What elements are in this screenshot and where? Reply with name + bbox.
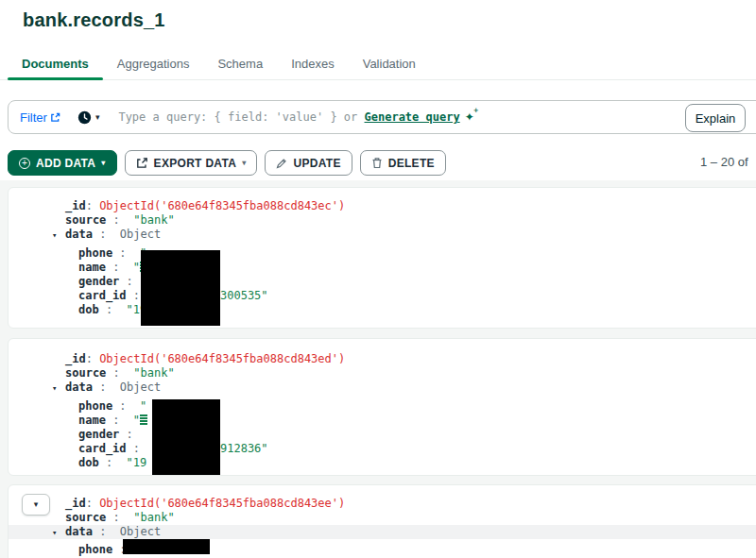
field-row-source: source : "bank" xyxy=(9,213,756,228)
tab-schema[interactable]: Schema xyxy=(203,50,277,79)
explain-button[interactable]: Explain xyxy=(685,104,746,132)
document-card: _id: ObjectId('680e64f8345fba088cd843ec'… xyxy=(8,187,756,329)
tab-indexes[interactable]: Indexes xyxy=(277,50,349,79)
filter-link[interactable]: Filter xyxy=(20,110,60,125)
string-value: "bank" xyxy=(133,511,174,524)
redacted-value xyxy=(141,250,220,326)
chevron-down-icon: ▾ xyxy=(95,113,100,122)
redacted-value xyxy=(152,399,220,475)
field-row-gender: gender : xyxy=(9,428,756,442)
field-row-id: _id: ObjectId('680e64f8345fba088cd843ee'… xyxy=(9,497,756,511)
string-value: "bank" xyxy=(133,213,174,227)
object-value: Object xyxy=(120,228,161,241)
field-row-name: name : " xyxy=(9,414,756,428)
field-row-phone: phone : " xyxy=(9,246,756,261)
expand-caret-icon[interactable]: ▾ xyxy=(52,381,65,396)
filter-label: Filter xyxy=(20,110,47,125)
plus-circle-icon: + xyxy=(19,158,30,169)
field-row-card-id: card_id : 300535" xyxy=(9,289,756,303)
partially-redacted-text xyxy=(140,414,147,425)
clock-icon xyxy=(77,110,92,125)
field-row-dob: dob : "19 xyxy=(9,456,756,470)
documents-toolbar: + ADD DATA ▾ EXPORT DATA ▾ UPDATE DELETE xyxy=(8,150,446,176)
expand-caret-icon[interactable]: ▾ xyxy=(52,526,65,540)
document-card: _id: ObjectId('680e64f8345fba088cd843ed'… xyxy=(8,338,756,476)
query-placeholder: Type a query: { field: 'value' } or xyxy=(118,110,364,124)
add-data-button[interactable]: + ADD DATA ▾ xyxy=(8,150,117,176)
tab-documents[interactable]: Documents xyxy=(8,50,103,79)
generate-query-link[interactable]: Generate query xyxy=(365,110,460,124)
string-value: 912836" xyxy=(220,442,268,456)
page-title: bank.records_1 xyxy=(23,9,165,31)
objectid-value: ObjectId('680e64f8345fba088cd843ec') xyxy=(99,199,345,212)
update-button[interactable]: UPDATE xyxy=(265,150,352,176)
object-value: Object xyxy=(120,525,161,538)
field-row-gender: gender : xyxy=(9,275,756,289)
field-row-source: source : "bank" xyxy=(9,511,756,525)
export-icon xyxy=(136,157,148,169)
delete-button[interactable]: DELETE xyxy=(360,150,446,176)
object-value: Object xyxy=(120,380,161,394)
expand-caret-icon[interactable]: ▾ xyxy=(52,228,65,243)
field-row-name: name : " xyxy=(9,261,756,275)
export-data-button[interactable]: EXPORT DATA ▾ xyxy=(125,150,258,176)
query-history-button[interactable]: ▾ xyxy=(77,110,100,125)
tab-validation[interactable]: Validation xyxy=(349,50,430,79)
objectid-value: ObjectId('680e64f8345fba088cd843ed') xyxy=(99,352,345,365)
query-input[interactable]: Type a query: { field: 'value' } or Gene… xyxy=(118,110,473,124)
external-link-icon xyxy=(50,112,60,123)
chevron-down-icon: ▾ xyxy=(101,160,105,167)
string-value: "bank" xyxy=(133,366,174,380)
pagination-status: 1 – 20 of xyxy=(700,155,748,169)
field-row-id: _id: ObjectId('680e64f8345fba088cd843ed'… xyxy=(9,352,756,366)
field-row-data: ▾data : Object xyxy=(9,380,756,395)
document-card: ▾ _id: ObjectId('680e64f8345fba088cd843e… xyxy=(8,484,756,558)
tab-aggregations[interactable]: Aggregations xyxy=(103,50,204,79)
redacted-value xyxy=(123,539,210,554)
field-row-id: _id: ObjectId('680e64f8345fba088cd843ec'… xyxy=(9,199,756,213)
field-row-data: ▾data : Object xyxy=(9,228,756,242)
field-row-phone: phone : xyxy=(9,543,756,557)
chevron-down-icon: ▾ xyxy=(34,500,39,509)
field-row-source: source : "bank" xyxy=(9,366,756,380)
objectid-value: ObjectId('680e64f8345fba088cd843ee') xyxy=(99,497,345,510)
chevron-down-icon: ▾ xyxy=(242,160,246,167)
collapse-document-button[interactable]: ▾ xyxy=(22,494,50,516)
field-row-phone: phone : " xyxy=(9,399,756,414)
pencil-icon xyxy=(276,158,287,169)
query-bar: Filter ▾ Type a query: { field: 'value' … xyxy=(8,100,756,134)
field-row-data[interactable]: ▾data : Object xyxy=(9,525,756,539)
field-row-card-id: card_id : 912836" xyxy=(9,442,756,456)
field-row-dob: dob : "19 xyxy=(9,303,756,317)
string-value: 300535" xyxy=(220,289,268,303)
trash-icon xyxy=(371,157,383,169)
tab-bar: Documents Aggregations Schema Indexes Va… xyxy=(0,51,756,80)
sparkle-icon: ✦+ xyxy=(465,110,474,124)
